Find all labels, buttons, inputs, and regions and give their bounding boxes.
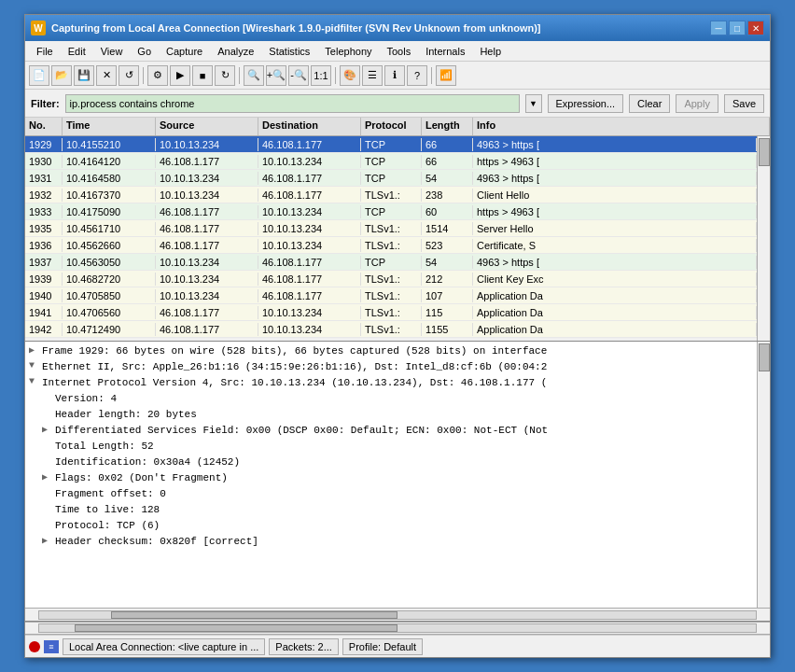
connection-status: Local Area Connection: <live capture in …: [63, 638, 265, 655]
packet-list-vscroll[interactable]: [757, 136, 770, 341]
minimize-button[interactable]: ─: [710, 21, 727, 35]
menu-statistics[interactable]: Statistics: [261, 44, 317, 59]
cell-time: 10.4167370: [63, 189, 156, 202]
detail-vscroll[interactable]: [757, 342, 770, 608]
help-btn[interactable]: ?: [407, 65, 427, 86]
menu-tools[interactable]: Tools: [380, 44, 419, 59]
zoom-100-button[interactable]: 1:1: [311, 65, 331, 86]
close-button[interactable]: ✕: [747, 21, 764, 35]
table-row[interactable]: 1930 10.4164120 46.108.1.177 10.10.13.23…: [25, 153, 757, 170]
cell-proto: TCP: [361, 205, 422, 218]
detail-vscroll-thumb[interactable]: [759, 343, 770, 371]
detail-text: Version: 4: [55, 392, 753, 406]
table-row[interactable]: 1936 10.4562660 46.108.1.177 10.10.13.23…: [25, 237, 757, 254]
cell-src: 46.108.1.177: [156, 239, 258, 252]
cell-len: 54: [422, 256, 473, 269]
window-controls: ─ □ ✕: [710, 21, 764, 35]
detail-row[interactable]: ▼ Ethernet II, Src: Apple_26:b1:16 (34:1…: [29, 359, 753, 375]
cell-no: 1939: [25, 273, 63, 286]
detail-text: Time to live: 128: [55, 503, 753, 517]
start-capture-button[interactable]: ▶: [170, 65, 190, 86]
cell-time: 10.4155210: [63, 138, 156, 151]
table-row[interactable]: 1932 10.4167370 10.10.13.234 46.108.1.17…: [25, 187, 757, 203]
clear-button[interactable]: Clear: [629, 94, 670, 113]
new-button[interactable]: 📄: [29, 65, 49, 86]
cell-dst: 10.10.13.234: [258, 205, 361, 218]
menu-help[interactable]: Help: [472, 44, 509, 59]
menu-edit[interactable]: Edit: [61, 44, 93, 59]
detail-row[interactable]: Identification: 0x30a4 (12452): [29, 455, 753, 470]
table-row[interactable]: 1940 10.4705850 10.10.13.234 46.108.1.17…: [25, 287, 757, 304]
vscroll-thumb[interactable]: [759, 138, 770, 166]
detail-row[interactable]: Protocol: TCP (6): [29, 518, 753, 534]
apply-button[interactable]: Apply: [676, 94, 718, 113]
detail-row[interactable]: Time to live: 128: [29, 502, 753, 518]
packet-rows-wrapper: 1929 10.4155210 10.10.13.234 46.108.1.17…: [25, 136, 770, 341]
detail-row[interactable]: ▼ Internet Protocol Version 4, Src: 10.1…: [29, 375, 753, 391]
menu-file[interactable]: File: [29, 44, 61, 59]
menu-view[interactable]: View: [93, 44, 131, 59]
cell-dst: 10.10.13.234: [258, 155, 361, 168]
col-header-protocol: Protocol: [361, 118, 422, 135]
filter-label: Filter:: [31, 98, 60, 109]
network-icon: ≡: [44, 640, 59, 653]
save-button[interactable]: 💾: [74, 65, 94, 86]
menu-internals[interactable]: Internals: [418, 44, 472, 59]
detail-row[interactable]: ▶ Header checksum: 0x820f [correct]: [29, 534, 753, 550]
filter-input[interactable]: [65, 94, 520, 113]
table-row[interactable]: 1939 10.4682720 10.10.13.234 46.108.1.17…: [25, 271, 757, 287]
detail-row[interactable]: ▶ Frame 1929: 66 bytes on wire (528 bits…: [29, 343, 753, 359]
detail-row[interactable]: Version: 4: [29, 391, 753, 407]
detail-row[interactable]: ▶ Flags: 0x02 (Don't Fragment): [29, 470, 753, 486]
close-capture-button[interactable]: ✕: [96, 65, 117, 86]
capture-options-button[interactable]: ⚙: [147, 65, 168, 86]
table-row[interactable]: 1941 10.4706560 46.108.1.177 10.10.13.23…: [25, 304, 757, 321]
menu-analyze[interactable]: Analyze: [210, 44, 261, 59]
about-button[interactable]: ℹ: [384, 65, 405, 86]
save-filter-button[interactable]: Save: [724, 94, 764, 113]
table-row[interactable]: 1937 10.4563050 10.10.13.234 46.108.1.17…: [25, 254, 757, 271]
main-window: W Capturing from Local Area Connection […: [24, 14, 771, 658]
packet-hscroll-thumb[interactable]: [75, 624, 398, 632]
open-button[interactable]: 📂: [51, 65, 72, 86]
detail-row[interactable]: Header length: 20 bytes: [29, 407, 753, 423]
cell-info: Client Key Exc: [473, 273, 757, 286]
maximize-button[interactable]: □: [729, 21, 746, 35]
packet-list-hscroll[interactable]: [25, 622, 770, 635]
table-row[interactable]: 1935 10.4561710 46.108.1.177 10.10.13.23…: [25, 220, 757, 237]
packet-hscroll-track: [38, 623, 757, 633]
cell-time: 10.4164580: [63, 172, 156, 185]
detail-hscroll[interactable]: [25, 608, 770, 621]
detail-row[interactable]: Fragment offset: 0: [29, 486, 753, 502]
table-row[interactable]: 1942 10.4712490 46.108.1.177 10.10.13.23…: [25, 321, 757, 338]
cell-proto: TLSv1.:: [361, 289, 422, 302]
cell-src: 10.10.13.234: [156, 273, 258, 286]
cell-info: Server Hello: [473, 222, 757, 235]
zoom-out-button[interactable]: -🔍: [288, 65, 309, 86]
filter-dropdown[interactable]: ▼: [525, 94, 542, 113]
menu-telephony[interactable]: Telephony: [317, 44, 379, 59]
wireless-button[interactable]: 📶: [436, 65, 456, 86]
menu-go[interactable]: Go: [130, 44, 159, 59]
stop-capture-button[interactable]: ■: [192, 65, 213, 86]
reload-button[interactable]: ↺: [119, 65, 139, 86]
restart-button[interactable]: ↻: [215, 65, 235, 86]
menu-capture[interactable]: Capture: [159, 44, 210, 59]
packets-status: Packets: 2...: [269, 638, 339, 655]
table-row[interactable]: 1933 10.4175090 46.108.1.177 10.10.13.23…: [25, 203, 757, 220]
table-row[interactable]: 1929 10.4155210 10.10.13.234 46.108.1.17…: [25, 136, 757, 153]
filter-button[interactable]: 🔍: [244, 65, 264, 86]
toolbar-sep-3: [335, 67, 336, 84]
detail-row[interactable]: Total Length: 52: [29, 439, 753, 455]
detail-row[interactable]: ▶ Differentiated Services Field: 0x00 (D…: [29, 423, 753, 439]
table-row[interactable]: 1931 10.4164580 10.10.13.234 46.108.1.17…: [25, 170, 757, 187]
hscroll-thumb[interactable]: [111, 611, 398, 619]
expand-icon: ▶: [29, 344, 42, 356]
cell-dst: 46.108.1.177: [258, 289, 361, 302]
cell-info: https > 4963 [: [473, 155, 757, 168]
zoom-in-button[interactable]: +🔍: [266, 65, 286, 86]
color-rules-button[interactable]: 🎨: [340, 65, 360, 86]
cell-proto: TCP: [361, 155, 422, 168]
prefs-button[interactable]: ☰: [362, 65, 383, 86]
expression-button[interactable]: Expression...: [548, 94, 624, 113]
